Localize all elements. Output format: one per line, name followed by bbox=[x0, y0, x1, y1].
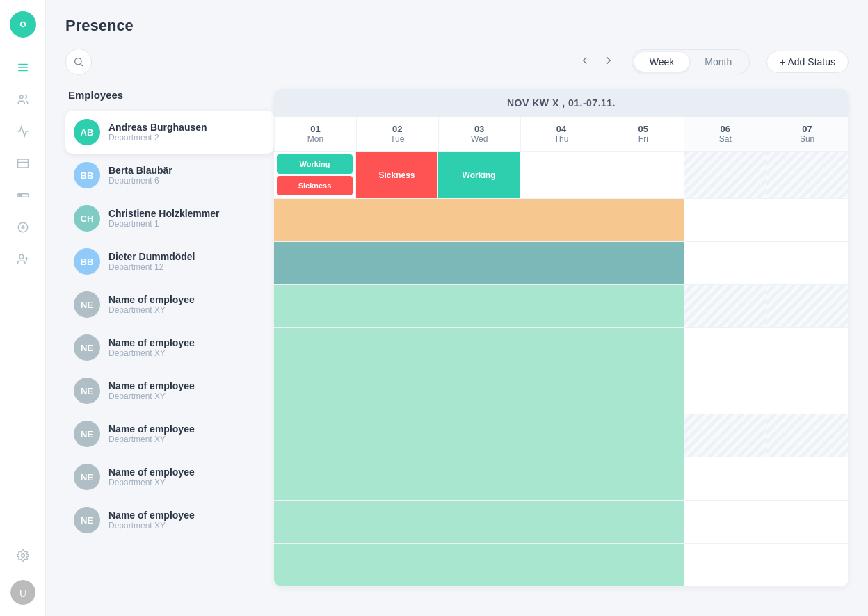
employee-item[interactable]: NE Name of employee Department XY bbox=[65, 499, 274, 542]
cell-ne2-sat bbox=[684, 371, 766, 414]
cell-ne1-weekdays bbox=[274, 328, 684, 371]
cell-ne6-weekdays bbox=[274, 544, 684, 587]
employee-panel: Employees AB Andreas Burghausen Departme… bbox=[65, 89, 274, 587]
cell-ab-tue: Sickness bbox=[356, 152, 438, 199]
cell-ne3-sat bbox=[684, 414, 766, 457]
cell-ne5-sun bbox=[766, 501, 849, 544]
employee-item[interactable]: AB Andreas Burghausen Department 2 bbox=[65, 111, 274, 154]
cell-ne5-sat bbox=[684, 501, 766, 544]
week-view-button[interactable]: Week bbox=[634, 52, 690, 72]
search-button[interactable] bbox=[65, 49, 92, 75]
employee-item[interactable]: NE Name of employee Department XY bbox=[65, 455, 274, 499]
month-view-button[interactable]: Month bbox=[689, 52, 747, 72]
user-avatar[interactable] bbox=[10, 580, 35, 605]
prev-arrow[interactable] bbox=[576, 51, 594, 73]
employee-dept: Department 6 bbox=[108, 176, 172, 186]
day-name: Wed bbox=[444, 134, 515, 144]
cell-ne6-sat bbox=[684, 544, 766, 587]
svg-point-13 bbox=[19, 254, 23, 259]
employee-info: Name of employee Department XY bbox=[108, 337, 195, 358]
employee-item[interactable]: BB Berta Blaubär Department 6 bbox=[65, 154, 274, 197]
avatar: BB bbox=[74, 248, 100, 275]
employee-item[interactable]: NE Name of employee Department XY bbox=[65, 369, 274, 412]
calendar-body: Working Sickness Sickness Working bbox=[274, 152, 849, 587]
nav-arrows bbox=[576, 51, 618, 73]
employee-info: Andreas Burghausen Department 2 bbox=[108, 122, 207, 143]
day-headers: 01 Mon 02 Tue 03 Wed 04 Thu 05 Fri bbox=[274, 117, 849, 152]
svg-point-17 bbox=[75, 58, 81, 65]
menu-icon[interactable] bbox=[10, 54, 36, 81]
cell-ne3-sun bbox=[766, 414, 849, 457]
employee-name: Dieter Dummdödel bbox=[108, 251, 195, 262]
employee-name: Name of employee bbox=[108, 294, 195, 305]
employee-info: Name of employee Department XY bbox=[108, 380, 195, 401]
next-arrow[interactable] bbox=[600, 51, 618, 73]
day-name: Mon bbox=[280, 134, 351, 144]
employee-info: Name of employee Department XY bbox=[108, 294, 195, 315]
sickness-label: Sickness bbox=[378, 170, 415, 180]
day-header-03: 03 Wed bbox=[439, 117, 521, 152]
user-plus-icon[interactable] bbox=[10, 246, 36, 273]
day-header-04: 04 Thu bbox=[521, 117, 603, 152]
employee-dept: Department 1 bbox=[108, 219, 220, 229]
chart-icon[interactable] bbox=[10, 118, 36, 145]
employee-item[interactable]: NE Name of employee Department XY bbox=[65, 326, 274, 369]
coin-icon[interactable] bbox=[10, 214, 36, 241]
cell-ch-weekdays bbox=[274, 242, 684, 285]
svg-rect-6 bbox=[17, 159, 28, 168]
day-name: Thu bbox=[527, 134, 597, 144]
day-header-01: 01 Mon bbox=[275, 117, 357, 152]
svg-line-18 bbox=[81, 64, 83, 66]
cell-ab-wed: Working bbox=[438, 152, 520, 199]
toggle-icon[interactable] bbox=[10, 182, 36, 209]
page-title: Presence bbox=[65, 17, 849, 35]
employee-dept: Department XY bbox=[108, 348, 195, 358]
add-status-button[interactable]: + Add Status bbox=[766, 51, 849, 73]
employee-item[interactable]: BB Dieter Dummdödel Department 12 bbox=[65, 240, 274, 283]
day-name: Sat bbox=[690, 134, 760, 144]
svg-point-16 bbox=[21, 554, 24, 558]
cell-ch-sun bbox=[766, 242, 849, 285]
day-header-07: 07 Sun bbox=[766, 117, 849, 152]
svg-point-9 bbox=[19, 194, 22, 197]
employee-info: Name of employee Department XY bbox=[108, 510, 195, 530]
cell-ch-sat bbox=[684, 242, 766, 285]
cell-bb-sun bbox=[766, 199, 849, 242]
cell-ne4-weekdays bbox=[274, 457, 684, 501]
employee-item[interactable]: NE Name of employee Department XY bbox=[65, 412, 274, 455]
cell-ab-mon: Working Sickness bbox=[274, 152, 356, 199]
settings-icon[interactable] bbox=[10, 542, 36, 569]
cell-ab-fri bbox=[602, 152, 684, 199]
working-status: Working bbox=[277, 154, 353, 174]
employee-dept: Department 2 bbox=[108, 133, 207, 143]
cell-ne1-sat bbox=[684, 328, 766, 371]
cell-ne3-weekdays bbox=[274, 414, 684, 457]
employee-info: Name of employee Department XY bbox=[108, 423, 195, 444]
svg-point-1 bbox=[21, 23, 24, 26]
app-logo[interactable] bbox=[10, 11, 36, 38]
cell-ne4-sun bbox=[766, 457, 849, 501]
employee-dept: Department XY bbox=[108, 478, 195, 487]
employee-dept: Department XY bbox=[108, 391, 195, 401]
main-content: Presence Week Month + Add Status bbox=[46, 0, 868, 616]
employee-item[interactable]: CH Christiene Holzklemmer Department 1 bbox=[65, 197, 274, 240]
employee-item[interactable]: NE Name of employee Department XY bbox=[65, 283, 274, 326]
content-area: Employees AB Andreas Burghausen Departme… bbox=[65, 89, 849, 587]
employee-info: Name of employee Department XY bbox=[108, 467, 195, 487]
cell-ne1-sun bbox=[766, 328, 849, 371]
people-icon[interactable] bbox=[10, 86, 36, 113]
day-num: 01 bbox=[280, 124, 351, 134]
avatar: CH bbox=[74, 205, 100, 232]
avatar: NE bbox=[74, 421, 100, 447]
day-num: 05 bbox=[608, 124, 678, 134]
sickness-status: Sickness bbox=[277, 176, 353, 195]
cell-ab-thu bbox=[520, 152, 602, 199]
working-label: Working bbox=[463, 170, 496, 180]
day-num: 07 bbox=[772, 124, 842, 134]
calendar-panel: NOV KW X , 01.-07.11. 01 Mon 02 Tue 03 W… bbox=[274, 89, 849, 587]
cell-ne4-sat bbox=[684, 457, 766, 501]
avatar: NE bbox=[74, 291, 100, 318]
card-icon[interactable] bbox=[10, 150, 36, 177]
avatar: NE bbox=[74, 507, 100, 533]
employee-dept: Department 12 bbox=[108, 262, 195, 272]
